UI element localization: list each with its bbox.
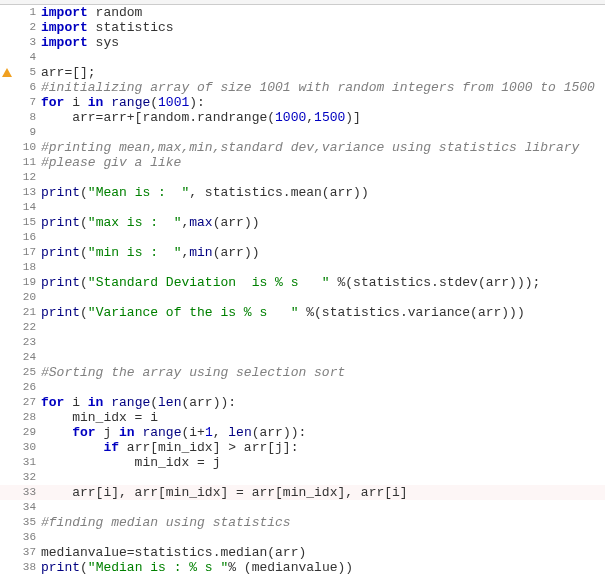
code-line[interactable]: 18 <box>0 260 605 275</box>
code-line[interactable]: 25#Sorting the array using selection sor… <box>0 365 605 380</box>
gutter-marker <box>0 500 14 515</box>
gutter-marker <box>0 140 14 155</box>
line-number: 19 <box>14 275 39 290</box>
code-content[interactable] <box>39 125 41 140</box>
code-line[interactable]: 16 <box>0 230 605 245</box>
code-line[interactable]: 8 arr=arr+[random.randrange(1000,1500)] <box>0 110 605 125</box>
line-number: 1 <box>14 5 39 20</box>
code-content[interactable] <box>39 530 41 545</box>
gutter-marker <box>0 470 14 485</box>
code-content[interactable] <box>39 380 41 395</box>
code-content[interactable]: print("min is : ",min(arr)) <box>39 245 259 260</box>
code-line[interactable]: 21print("Variance of the is % s " %(stat… <box>0 305 605 320</box>
code-content[interactable]: for i in range(len(arr)): <box>39 395 236 410</box>
code-line[interactable]: 2import statistics <box>0 20 605 35</box>
code-content[interactable] <box>39 50 41 65</box>
code-content[interactable]: print("Standard Deviation is % s " %(sta… <box>39 275 540 290</box>
code-line[interactable]: 37medianvalue=statistics.median(arr) <box>0 545 605 560</box>
code-line[interactable]: 13print("Mean is : ", statistics.mean(ar… <box>0 185 605 200</box>
code-content[interactable] <box>39 500 41 515</box>
line-number: 13 <box>14 185 39 200</box>
code-line[interactable]: 11#please giv a like <box>0 155 605 170</box>
code-content[interactable]: print("max is : ",max(arr)) <box>39 215 259 230</box>
code-content[interactable]: import statistics <box>39 20 174 35</box>
code-line[interactable]: 32 <box>0 470 605 485</box>
line-number: 37 <box>14 545 39 560</box>
code-line[interactable]: 9 <box>0 125 605 140</box>
code-content[interactable]: arr[i], arr[min_idx] = arr[min_idx], arr… <box>39 485 408 500</box>
code-line[interactable]: 33 arr[i], arr[min_idx] = arr[min_idx], … <box>0 485 605 500</box>
code-content[interactable] <box>39 170 41 185</box>
code-line[interactable]: 5arr=[]; <box>0 65 605 80</box>
code-line[interactable]: 3import sys <box>0 35 605 50</box>
code-line[interactable]: 6#initializing array of size 1001 with r… <box>0 80 605 95</box>
code-line[interactable]: 12 <box>0 170 605 185</box>
code-content[interactable]: min_idx = i <box>39 410 158 425</box>
code-content[interactable]: #please giv a like <box>39 155 181 170</box>
code-line[interactable]: 23 <box>0 335 605 350</box>
code-line[interactable]: 34 <box>0 500 605 515</box>
code-line[interactable]: 38print("Median is : % s "% (medianvalue… <box>0 560 605 575</box>
code-content[interactable] <box>39 470 41 485</box>
code-line[interactable]: 36 <box>0 530 605 545</box>
code-content[interactable]: medianvalue=statistics.median(arr) <box>39 545 306 560</box>
line-number: 22 <box>14 320 39 335</box>
code-content[interactable] <box>39 320 41 335</box>
code-line[interactable]: 22 <box>0 320 605 335</box>
code-line[interactable]: 20 <box>0 290 605 305</box>
code-content[interactable]: if arr[min_idx] > arr[j]: <box>39 440 298 455</box>
code-line[interactable]: 28 min_idx = i <box>0 410 605 425</box>
code-line[interactable]: 4 <box>0 50 605 65</box>
code-line[interactable]: 1import random <box>0 5 605 20</box>
code-line[interactable]: 17print("min is : ",min(arr)) <box>0 245 605 260</box>
code-content[interactable]: print("Mean is : ", statistics.mean(arr)… <box>39 185 369 200</box>
gutter-marker <box>0 230 14 245</box>
line-number: 23 <box>14 335 39 350</box>
gutter-marker <box>0 275 14 290</box>
code-content[interactable]: #Sorting the array using selection sort <box>39 365 345 380</box>
code-line[interactable]: 7for i in range(1001): <box>0 95 605 110</box>
code-content[interactable]: import random <box>39 5 142 20</box>
code-content[interactable] <box>39 335 41 350</box>
code-content[interactable]: arr=[]; <box>39 65 96 80</box>
code-content[interactable]: arr=arr+[random.randrange(1000,1500)] <box>39 110 361 125</box>
code-content[interactable] <box>39 290 41 305</box>
line-number: 17 <box>14 245 39 260</box>
code-content[interactable]: import sys <box>39 35 119 50</box>
gutter-marker <box>0 185 14 200</box>
code-line[interactable]: 31 min_idx = j <box>0 455 605 470</box>
code-editor[interactable]: 1import random2import statistics3import … <box>0 5 605 575</box>
code-content[interactable] <box>39 350 41 365</box>
line-number: 28 <box>14 410 39 425</box>
code-content[interactable] <box>39 230 41 245</box>
code-line[interactable]: 30 if arr[min_idx] > arr[j]: <box>0 440 605 455</box>
line-number: 4 <box>14 50 39 65</box>
code-content[interactable]: #printing mean,max,min,standard dev,vari… <box>39 140 579 155</box>
code-content[interactable]: for j in range(i+1, len(arr)): <box>39 425 306 440</box>
gutter-marker <box>0 350 14 365</box>
code-line[interactable]: 29 for j in range(i+1, len(arr)): <box>0 425 605 440</box>
code-content[interactable]: print("Variance of the is % s " %(statis… <box>39 305 525 320</box>
code-line[interactable]: 14 <box>0 200 605 215</box>
code-content[interactable]: #initializing array of size 1001 with ra… <box>39 80 595 95</box>
code-content[interactable] <box>39 260 41 275</box>
line-number: 21 <box>14 305 39 320</box>
gutter-marker <box>0 110 14 125</box>
gutter-marker <box>0 365 14 380</box>
code-line[interactable]: 35#finding median using statistics <box>0 515 605 530</box>
code-line[interactable]: 24 <box>0 350 605 365</box>
code-content[interactable]: #finding median using statistics <box>39 515 291 530</box>
line-number: 11 <box>14 155 39 170</box>
code-line[interactable]: 15print("max is : ",max(arr)) <box>0 215 605 230</box>
gutter-marker <box>0 125 14 140</box>
code-content[interactable] <box>39 200 41 215</box>
code-content[interactable]: min_idx = j <box>39 455 220 470</box>
code-line[interactable]: 26 <box>0 380 605 395</box>
code-line[interactable]: 10#printing mean,max,min,standard dev,va… <box>0 140 605 155</box>
gutter-marker <box>0 95 14 110</box>
code-line[interactable]: 19print("Standard Deviation is % s " %(s… <box>0 275 605 290</box>
code-content[interactable]: print("Median is : % s "% (medianvalue)) <box>39 560 353 575</box>
code-line[interactable]: 27for i in range(len(arr)): <box>0 395 605 410</box>
gutter-marker <box>0 80 14 95</box>
code-content[interactable]: for i in range(1001): <box>39 95 205 110</box>
